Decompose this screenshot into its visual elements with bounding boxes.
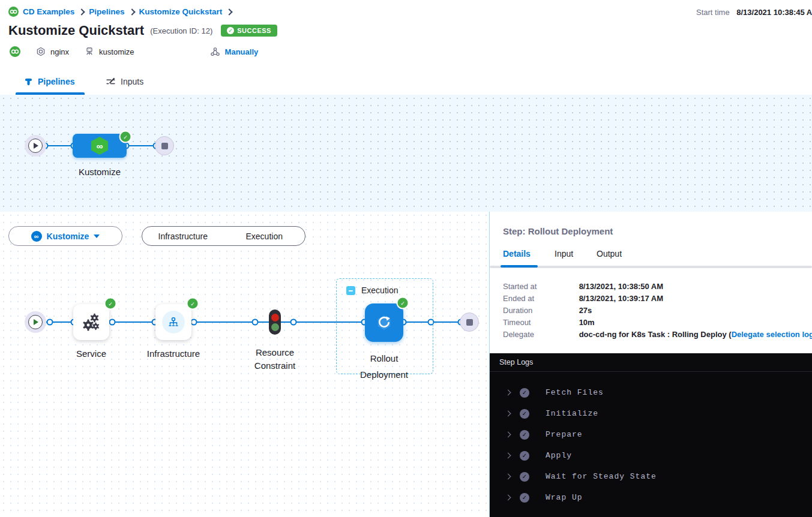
check-icon: [520, 388, 529, 398]
breadcrumb: CD Examples Pipelines Kustomize Quicksta…: [8, 7, 232, 17]
service-icon: [36, 47, 46, 56]
success-check-icon: [104, 297, 117, 310]
check-icon: [227, 27, 234, 34]
cd-module-icon: [8, 7, 19, 17]
log-section-row[interactable]: Fetch Files: [490, 382, 812, 403]
log-section-row[interactable]: Initialize: [490, 403, 812, 424]
pipelines-icon: [24, 77, 33, 86]
page-header: CD Examples Pipelines Kustomize Quicksta…: [0, 0, 812, 69]
stage-graph-canvas: ∞ Kustomize: [0, 95, 812, 212]
tab-pipelines-label: Pipelines: [38, 77, 74, 86]
tab-output[interactable]: Output: [597, 249, 622, 258]
rollout-icon: [374, 313, 394, 332]
tab-pipelines[interactable]: Pipelines: [24, 69, 74, 94]
collapse-group-icon[interactable]: [346, 286, 355, 295]
stage-node-kustomize[interactable]: ∞: [73, 134, 127, 158]
toggle-infrastructure[interactable]: Infrastructure: [142, 232, 224, 241]
execution-start-node[interactable]: [25, 311, 46, 333]
trigger-meta[interactable]: Manually: [210, 47, 259, 57]
view-toggle: Infrastructure Execution: [142, 226, 305, 246]
delegate-selection-logs-link[interactable]: Delegate selection logs: [732, 330, 812, 339]
environment-meta: kustomize: [85, 47, 134, 56]
breadcrumb-item-cd-examples[interactable]: CD Examples: [23, 7, 74, 16]
active-tab-underline: [501, 265, 538, 267]
step-node-infrastructure[interactable]: [155, 304, 191, 340]
detail-value: 27s: [579, 306, 592, 315]
chevron-right-icon: [505, 474, 511, 480]
play-icon: [28, 139, 43, 153]
kustomize-stage-icon: ∞: [31, 231, 42, 242]
execution-end-node: [460, 312, 479, 332]
cd-module-icon: [10, 46, 20, 57]
pipeline-end-node: [155, 136, 174, 155]
success-check-icon: [119, 131, 132, 143]
step-node-service[interactable]: [73, 304, 109, 340]
service-name: nginx: [50, 47, 69, 56]
step-details-panel: Step: Rollout Deployment Details Input O…: [490, 212, 812, 517]
environment-icon: [85, 47, 94, 56]
log-section-label: Prepare: [546, 430, 583, 439]
detail-value: 8/13/2021, 10:38:50 AM: [579, 282, 663, 291]
chevron-down-icon: [94, 235, 100, 238]
connector-point: [109, 319, 116, 326]
step-logs-panel: Step Logs Fetch Files Initialize Prepare…: [490, 353, 812, 517]
pipeline-meta-row: nginx kustomize Manually: [10, 46, 258, 57]
success-check-icon: [187, 297, 199, 310]
tab-inputs[interactable]: Inputs: [106, 69, 143, 94]
pipeline-start-node[interactable]: [25, 135, 46, 157]
log-section-row[interactable]: Wait for Steady State: [490, 466, 812, 487]
stage-selector-dropdown[interactable]: ∞ Kustomize: [8, 226, 122, 246]
environment-name: kustomize: [99, 47, 134, 56]
step-label-resource-constraint[interactable]: Resource Constraint: [245, 346, 305, 372]
log-section-label: Initialize: [546, 409, 598, 418]
step-label-service[interactable]: Service: [76, 348, 106, 359]
log-section-row[interactable]: Prepare: [490, 424, 812, 445]
step-label-rollout-deployment[interactable]: Rollout Deployment: [348, 350, 420, 383]
service-meta: nginx: [36, 47, 69, 56]
trigger-label: Manually: [225, 47, 259, 56]
stop-icon: [466, 319, 473, 326]
check-icon: [520, 409, 529, 419]
breadcrumb-item-pipelines[interactable]: Pipelines: [89, 7, 124, 16]
log-section-label: Apply: [546, 451, 572, 460]
detail-value: 8/13/2021, 10:39:17 AM: [579, 294, 663, 303]
kustomize-stage-icon: ∞: [91, 137, 108, 155]
start-time-value: 8/13/2021 10:38:45 AM: [736, 8, 812, 17]
log-section-label: Fetch Files: [546, 388, 604, 397]
tab-input[interactable]: Input: [555, 249, 573, 258]
execution-graph-canvas: ∞ Kustomize Infrastructure Execution: [0, 212, 490, 517]
detail-row: Started at 8/13/2021, 10:38:50 AM: [503, 282, 663, 291]
toggle-execution[interactable]: Execution: [224, 232, 305, 241]
step-label-infrastructure[interactable]: Infrastructure: [147, 348, 200, 359]
log-section-label: Wrap Up: [546, 493, 583, 502]
stop-icon: [161, 143, 168, 149]
resource-constraint-icon[interactable]: [269, 309, 281, 335]
green-light: [271, 323, 279, 331]
breadcrumb-item-kustomize-quickstart[interactable]: Kustomize Quickstart: [139, 7, 223, 16]
red-light: [271, 314, 279, 321]
step-logs-title: Step Logs: [499, 358, 533, 366]
log-section-row[interactable]: Apply: [490, 445, 812, 466]
check-icon: [520, 430, 529, 440]
detail-row: Duration 27s: [503, 306, 592, 315]
chevron-right-icon: [79, 8, 85, 15]
chevron-right-icon: [226, 8, 233, 15]
page-title: Kustomize Quickstart: [8, 23, 144, 38]
detail-label: Duration: [503, 306, 577, 315]
tab-details[interactable]: Details: [503, 249, 531, 258]
detail-label: Started at: [503, 282, 577, 291]
check-icon: [520, 451, 529, 461]
log-section-row[interactable]: Wrap Up: [490, 487, 812, 508]
step-node-rollout-deployment[interactable]: [365, 303, 403, 342]
detail-row-delegate: Delegate doc-cd-ng for K8s Task : Rollin…: [503, 330, 812, 339]
status-badge: SUCCESS: [221, 25, 277, 37]
chevron-right-icon: [505, 495, 511, 501]
execution-id: (Execution ID: 12): [150, 26, 212, 35]
status-badge-label: SUCCESS: [237, 27, 271, 34]
stage-selector-label: Kustomize: [47, 232, 89, 241]
stage-label[interactable]: Kustomize: [79, 167, 121, 177]
step-panel-title: Step: Rollout Deployment: [503, 226, 613, 236]
tab-inputs-label: Inputs: [121, 77, 143, 86]
step-logs-header: Step Logs: [490, 353, 812, 372]
detail-row: Timeout 10m: [503, 318, 595, 327]
